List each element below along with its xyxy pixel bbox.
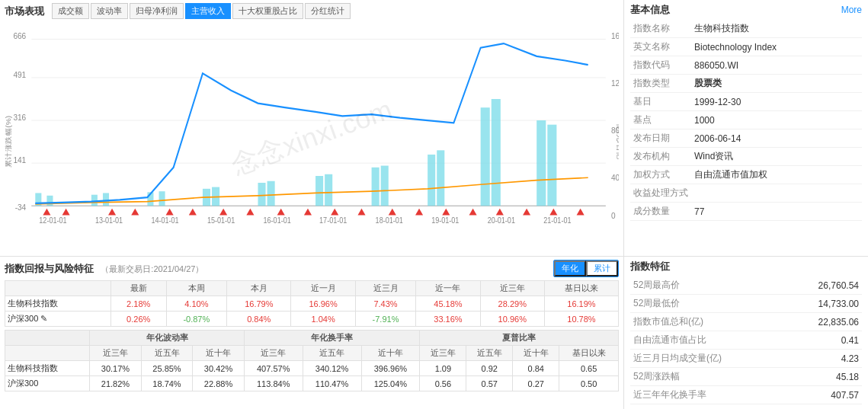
info-label-enname: 英文名称 bbox=[630, 38, 691, 56]
sub-label-hs300: 沪深300 bbox=[5, 376, 90, 391]
sub-vol-10y: 近十年 bbox=[193, 346, 245, 361]
bio-turn-10y: 396.96% bbox=[361, 361, 420, 376]
biotech-1m: 16.96% bbox=[291, 296, 355, 312]
info-label-count: 成分数量 bbox=[630, 203, 691, 221]
feature-label-avgvol: 近三月日均成交量(亿) bbox=[630, 350, 729, 368]
svg-marker-57 bbox=[304, 209, 312, 216]
info-row-indexname: 指数名称 生物科技指数 bbox=[630, 20, 862, 38]
info-value-return bbox=[691, 184, 862, 203]
sub-sharpe-base: 基日以来 bbox=[559, 346, 619, 361]
toggle-cumulative[interactable]: 累计 bbox=[586, 260, 618, 276]
svg-marker-53 bbox=[189, 209, 197, 216]
hs300-month: 0.84% bbox=[227, 312, 291, 327]
feature-row-avgvol: 近三月日均成交量(亿) 4.23 bbox=[630, 350, 862, 368]
info-row-count: 成分数量 77 bbox=[630, 203, 862, 221]
info-value-code: 886050.WI bbox=[691, 56, 862, 75]
svg-marker-48 bbox=[43, 209, 50, 216]
svg-rect-33 bbox=[159, 191, 165, 206]
tab-bodonglv[interactable]: 波动率 bbox=[91, 3, 128, 19]
svg-rect-42 bbox=[428, 155, 435, 206]
more-link[interactable]: More bbox=[841, 5, 862, 15]
hs300-1m: 1.04% bbox=[291, 312, 355, 327]
svg-text:累计涨跌幅(%): 累计涨跌幅(%) bbox=[5, 116, 12, 168]
svg-marker-67 bbox=[577, 209, 585, 216]
feature-value-52wchange: 45.18 bbox=[729, 368, 862, 386]
svg-marker-56 bbox=[277, 209, 285, 216]
hs-vol-5y: 18.74% bbox=[141, 376, 193, 391]
col-header-label bbox=[5, 281, 111, 296]
svg-marker-55 bbox=[246, 209, 254, 216]
hs-turn-10y: 125.04% bbox=[361, 376, 420, 391]
svg-rect-30 bbox=[91, 195, 98, 206]
tab-guimulirun[interactable]: 归母净利润 bbox=[130, 3, 184, 19]
svg-text:17-01-01: 17-01-01 bbox=[319, 216, 347, 225]
feature-row-turnover3y: 近三年年化换手率 407.57 bbox=[630, 386, 862, 404]
sub-col-sharpe-header: 夏普比率 bbox=[420, 331, 619, 346]
feature-value-freefloat: 0.41 bbox=[729, 331, 862, 350]
svg-marker-59 bbox=[357, 209, 365, 216]
feature-row-low: 52周最低价 14,733.00 bbox=[630, 295, 862, 313]
info-value-basedate: 1999-12-30 bbox=[691, 93, 862, 111]
svg-marker-62 bbox=[442, 209, 450, 216]
svg-rect-41 bbox=[381, 166, 389, 206]
return-row-biotech: 生物科技指数 2.18% 4.10% 16.79% 16.96% 7.43% 4… bbox=[5, 296, 619, 312]
svg-text:400: 400 bbox=[611, 172, 619, 182]
tab-fenghongtongji[interactable]: 分红统计 bbox=[305, 3, 351, 19]
svg-marker-65 bbox=[523, 209, 530, 216]
hs300-latest: 0.26% bbox=[111, 312, 166, 327]
svg-text:16-01-01: 16-01-01 bbox=[264, 216, 291, 225]
svg-text:316: 316 bbox=[13, 113, 26, 123]
svg-rect-38 bbox=[315, 176, 323, 206]
col-header-latest: 最新 bbox=[111, 281, 166, 296]
feature-row-52wchange: 52周涨跌幅 45.18 bbox=[630, 368, 862, 386]
svg-rect-40 bbox=[372, 168, 380, 206]
tab-shidazhanbi[interactable]: 十大权重股占比 bbox=[232, 3, 303, 19]
info-panel-header: 基本信息 More bbox=[630, 3, 862, 17]
bio-sharpe-5y: 0.92 bbox=[466, 361, 513, 376]
market-panel-title: 市场表现 bbox=[5, 5, 44, 18]
svg-text:12-01-01: 12-01-01 bbox=[39, 216, 66, 225]
svg-rect-44 bbox=[481, 107, 490, 206]
info-label-weight: 加权方式 bbox=[630, 166, 691, 184]
svg-text:21-01-01: 21-01-01 bbox=[543, 216, 571, 225]
sub-header-group-row: 年化波动率 年化换手率 夏普比率 bbox=[5, 331, 619, 346]
tab-chengjiaoe[interactable]: 成交额 bbox=[52, 3, 89, 19]
market-panel: 市场表现 成交额 波动率 归母净利润 主营收入 十大权重股占比 分红统计 念念x… bbox=[0, 0, 624, 256]
bio-turn-3y: 407.57% bbox=[244, 361, 303, 376]
hs300-week: -0.87% bbox=[166, 312, 227, 327]
hs-sharpe-10y: 0.27 bbox=[513, 376, 559, 391]
sub-col-volatility-header: 年化波动率 bbox=[90, 331, 245, 346]
bio-vol-5y: 25.85% bbox=[141, 361, 193, 376]
return-row-hs300: 沪深300 ✎ 0.26% -0.87% 0.84% 1.04% -7.91% … bbox=[5, 312, 619, 327]
tab-zhuyingshouru[interactable]: 主营收入 bbox=[185, 3, 231, 19]
info-label-basedate: 基日 bbox=[630, 93, 691, 111]
info-row-enname: 英文名称 Biotechnology Index bbox=[630, 38, 862, 56]
toggle-annualized[interactable]: 年化 bbox=[554, 260, 586, 276]
biotech-latest: 2.18% bbox=[111, 296, 166, 312]
info-label-code: 指数代码 bbox=[630, 56, 691, 75]
svg-marker-60 bbox=[389, 209, 396, 216]
info-row-basepoint: 基点 1000 bbox=[630, 111, 862, 129]
feature-row-marketcap: 指数市值总和(亿) 22,835.06 bbox=[630, 313, 862, 331]
sub-row-biotech: 生物科技指数 30.17% 25.85% 30.42% 407.57% 340.… bbox=[5, 361, 619, 376]
return-panel: 指数回报与风险特征 （最新交易日:2021/04/27） 年化 累计 最新 本周… bbox=[0, 257, 624, 409]
svg-rect-39 bbox=[325, 174, 332, 206]
info-row-publisher: 发布机构 Wind资讯 bbox=[630, 148, 862, 166]
svg-marker-58 bbox=[331, 209, 338, 216]
info-value-basepoint: 1000 bbox=[691, 111, 862, 129]
feature-label-turnover3y: 近三年年化换手率 bbox=[630, 386, 729, 404]
svg-text:1600: 1600 bbox=[611, 31, 619, 41]
svg-marker-61 bbox=[415, 209, 423, 216]
sub-sharpe-3y: 近三年 bbox=[420, 346, 466, 361]
svg-text:19-01-01: 19-01-01 bbox=[431, 216, 459, 225]
svg-text:14-01-01: 14-01-01 bbox=[151, 216, 178, 225]
col-header-3m: 近三月 bbox=[355, 281, 416, 296]
feature-row-freefloat: 自由流通市值占比 0.41 bbox=[630, 331, 862, 350]
feature-value-low: 14,733.00 bbox=[729, 295, 862, 313]
sub-turn-3y: 近三年 bbox=[244, 346, 303, 361]
info-panel: 基本信息 More 指数名称 生物科技指数 英文名称 Biotechnology… bbox=[624, 0, 868, 256]
hs-vol-10y: 22.88% bbox=[193, 376, 245, 391]
svg-marker-54 bbox=[219, 209, 227, 216]
feature-label-high: 52周最高价 bbox=[630, 276, 729, 295]
svg-rect-45 bbox=[492, 99, 501, 206]
